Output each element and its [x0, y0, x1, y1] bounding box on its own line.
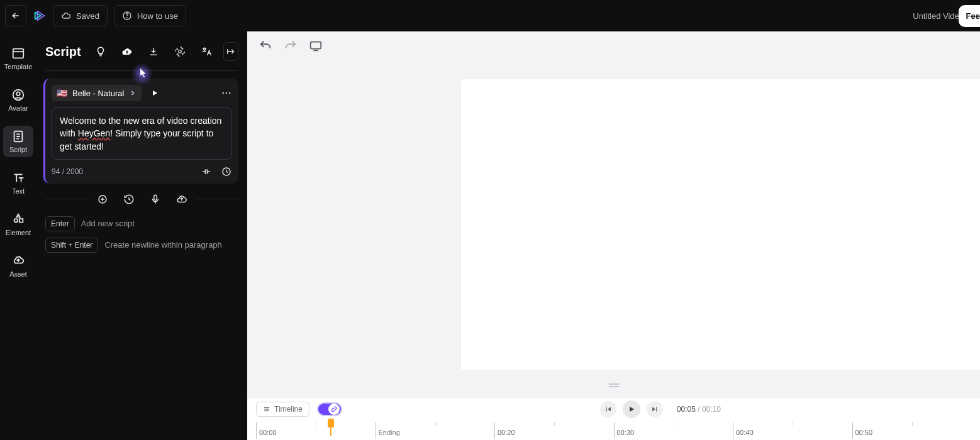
arrow-left-icon	[11, 11, 21, 21]
canvas-area	[247, 31, 980, 399]
script-icon	[11, 129, 25, 143]
script-actions-row	[45, 194, 238, 205]
timeline-ruler[interactable]: 00:00 Ending 00:20 00:30 00:40 00:50	[247, 420, 980, 440]
logo[interactable]	[33, 9, 47, 23]
download-button[interactable]	[144, 40, 163, 63]
top-bar: Saved How to use Untitled Video Fee	[0, 0, 980, 31]
hint-enter-text: Add new script	[81, 219, 135, 228]
ai-icon	[174, 46, 186, 57]
svg-point-8	[226, 92, 228, 94]
script-panel: Script 🇺🇸 Belle - Natural	[36, 31, 247, 440]
back-button[interactable]	[5, 5, 26, 26]
nav-template[interactable]: Template	[3, 43, 33, 74]
translate-button[interactable]	[197, 40, 216, 63]
clock-icon	[221, 166, 232, 177]
hint-shift-enter-text: Create newline within paragraph	[104, 240, 221, 250]
lightbulb-button[interactable]	[91, 40, 110, 63]
script-textarea[interactable]: Welcome to the new era of video creation…	[52, 107, 232, 160]
timeline-total: 00:10	[702, 405, 721, 414]
aspect-button[interactable]	[309, 39, 323, 53]
svg-point-1	[126, 18, 127, 18]
script-panel-title: Script	[45, 45, 81, 59]
nav-avatar-label: Avatar	[8, 104, 28, 112]
skip-forward-icon	[651, 405, 659, 413]
canvas-sheet[interactable]	[461, 79, 980, 370]
history-icon	[123, 194, 135, 205]
timeline-controls: Timeline 00:05 / 00:10	[247, 399, 980, 420]
drag-handle-icon	[608, 382, 620, 388]
svg-rect-2	[13, 49, 24, 58]
voice-row: 🇺🇸 Belle - Natural	[52, 85, 232, 101]
redo-button[interactable]	[284, 39, 298, 53]
translate-icon	[201, 46, 212, 57]
flag-icon: 🇺🇸	[57, 88, 67, 98]
nav-script[interactable]: Script	[3, 126, 33, 157]
link-icon	[331, 406, 337, 412]
undo-button[interactable]	[259, 39, 272, 53]
svg-point-7	[222, 92, 224, 94]
add-script-button[interactable]	[97, 194, 108, 205]
timeline-toggle-button[interactable]: Timeline	[256, 402, 309, 417]
timeline-bar: Timeline 00:05 / 00:10 00:00 Endi	[247, 399, 980, 440]
screen-icon	[309, 39, 323, 53]
ruler-tick-2: 00:20	[498, 429, 515, 436]
timeline-time: 00:05 / 00:10	[677, 405, 721, 414]
sliders-icon	[263, 405, 270, 413]
avatar-icon	[11, 88, 25, 102]
duration-button[interactable]	[221, 166, 232, 177]
pause-align-button[interactable]	[201, 166, 212, 177]
nav-element[interactable]: Element	[3, 209, 33, 240]
nav-template-label: Template	[4, 63, 33, 70]
skip-back-icon	[604, 405, 612, 413]
indent-button[interactable]	[223, 42, 238, 61]
history-button[interactable]	[123, 194, 135, 205]
kbd-enter: Enter	[45, 216, 75, 231]
play-button[interactable]	[623, 400, 640, 418]
logo-icon	[33, 9, 47, 23]
snap-toggle[interactable]	[317, 402, 342, 416]
pause-align-icon	[201, 166, 212, 177]
text-icon	[11, 171, 25, 185]
skip-start-button[interactable]	[600, 401, 616, 417]
element-icon	[11, 212, 25, 226]
skip-end-button[interactable]	[647, 401, 663, 417]
svg-rect-13	[311, 42, 321, 49]
ai-button[interactable]	[170, 40, 189, 63]
hint-shift-enter: Shift + Enter Create newline within para…	[45, 238, 238, 253]
nav-avatar[interactable]: Avatar	[3, 84, 33, 116]
nav-element-label: Element	[6, 229, 31, 236]
cloud-upload-button[interactable]	[118, 40, 136, 63]
divider	[45, 199, 89, 199]
nav-text[interactable]: Text	[3, 167, 33, 199]
indent-icon	[226, 47, 236, 57]
undo-icon	[259, 39, 272, 53]
voice-play-button[interactable]	[150, 89, 159, 97]
divider	[195, 199, 239, 199]
cloud-check-icon	[61, 11, 71, 21]
kbd-shift-enter: Shift + Enter	[45, 238, 98, 253]
script-block: 🇺🇸 Belle - Natural Welcome to the new er…	[43, 79, 238, 184]
nav-asset[interactable]: Asset	[3, 250, 33, 282]
cloud-upload-icon	[121, 45, 133, 58]
how-to-use-label: How to use	[137, 11, 178, 21]
template-icon	[11, 47, 25, 60]
ruler-tick-4: 00:40	[736, 429, 754, 436]
record-button[interactable]	[150, 194, 161, 205]
hint-enter: Enter Add new script	[45, 216, 238, 231]
feedback-button[interactable]: Fee	[959, 5, 980, 27]
voice-more-button[interactable]	[221, 87, 232, 99]
voice-name: Belle - Natural	[72, 89, 124, 98]
saved-indicator[interactable]: Saved	[53, 5, 108, 26]
nav-asset-label: Asset	[9, 270, 27, 278]
lightbulb-icon	[95, 46, 106, 57]
how-to-use-button[interactable]: How to use	[114, 5, 186, 26]
char-count: 94 / 2000	[52, 167, 83, 176]
resize-handle[interactable]	[608, 382, 620, 388]
svg-point-9	[229, 92, 231, 94]
project-title[interactable]: Untitled Video	[913, 11, 964, 21]
voice-selector[interactable]: 🇺🇸 Belle - Natural	[52, 85, 142, 101]
more-horizontal-icon	[221, 87, 232, 99]
asset-icon	[11, 254, 25, 268]
ruler-ending: Ending	[379, 429, 400, 436]
upload-audio-button[interactable]	[176, 194, 187, 205]
